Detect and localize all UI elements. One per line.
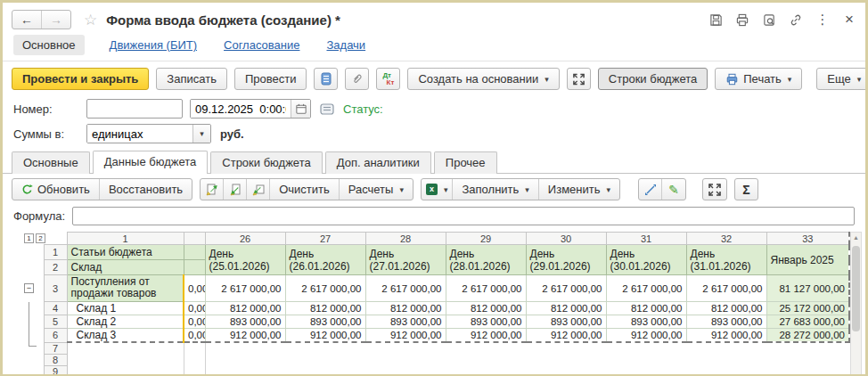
tab-osnovnye[interactable]: Основные bbox=[12, 151, 90, 174]
column-header-33[interactable]: 33 bbox=[766, 233, 849, 245]
day-header-27[interactable]: День(26.01.2026) bbox=[285, 245, 365, 275]
zero-cell-4[interactable]: 0,00 bbox=[184, 302, 205, 315]
post-and-close-button[interactable]: Провести и закрыть bbox=[12, 68, 149, 90]
refresh-button[interactable]: Обновить bbox=[12, 179, 100, 200]
back-button[interactable]: ← bbox=[12, 11, 41, 29]
empty-cells-7[interactable] bbox=[205, 342, 849, 354]
zero-cell-6[interactable]: 0,00 bbox=[184, 329, 205, 343]
row-header-3[interactable]: 3 bbox=[44, 275, 67, 302]
link-icon[interactable] bbox=[789, 12, 803, 27]
scroll-up-icon[interactable]: ▲ bbox=[853, 233, 859, 244]
collapse-group-button[interactable]: − bbox=[24, 283, 34, 293]
column-header-32[interactable]: 32 bbox=[686, 233, 766, 245]
fullscreen-button[interactable] bbox=[702, 178, 727, 200]
column-header-26[interactable]: 26 bbox=[205, 233, 285, 245]
month-cell-3[interactable]: 81 127 000,00 bbox=[766, 275, 849, 302]
column-header-27[interactable]: 27 bbox=[285, 233, 365, 245]
edit-cell-button[interactable]: ✎ bbox=[662, 179, 685, 200]
name-cell-5[interactable]: Склад 2 bbox=[67, 315, 184, 329]
day-cell-3-27[interactable]: 2 617 000,00 bbox=[285, 275, 365, 302]
meta-cell-1[interactable]: Статьи бюджета bbox=[67, 245, 184, 260]
empty-cell-narrow-8[interactable] bbox=[184, 354, 205, 365]
close-icon[interactable]: × bbox=[842, 12, 856, 27]
day-cell-3-31[interactable]: 2 617 000,00 bbox=[606, 275, 686, 302]
tab-dannye-byudzheta[interactable]: Данные бюджета bbox=[93, 151, 209, 174]
empty-cell-8[interactable] bbox=[67, 354, 184, 365]
formula-input[interactable] bbox=[72, 207, 855, 225]
row-header-1[interactable]: 1 bbox=[44, 245, 67, 260]
month-header[interactable]: Январь 2025 bbox=[766, 245, 849, 275]
group-level-1-button[interactable]: 1 bbox=[24, 233, 34, 243]
day-header-29[interactable]: День(28.01.2026) bbox=[446, 245, 526, 275]
day-header-30[interactable]: День(29.01.2026) bbox=[526, 245, 606, 275]
day-cell-3-30[interactable]: 2 617 000,00 bbox=[526, 275, 606, 302]
budget-lines-button[interactable]: Строки бюджета bbox=[598, 68, 708, 90]
day-cell-5-26[interactable]: 893 000,00 bbox=[205, 315, 285, 329]
dtkt-postings-button[interactable]: Дт Кт bbox=[376, 68, 400, 90]
row-header-5[interactable]: 5 bbox=[44, 315, 67, 329]
fill-button[interactable]: Заполнить ▾ bbox=[453, 179, 538, 200]
day-header-28[interactable]: День(27.01.2026) bbox=[365, 245, 446, 275]
scrollbar-thumb[interactable] bbox=[852, 246, 860, 331]
meta-cell-narrow[interactable] bbox=[184, 260, 205, 275]
name-cell-3[interactable]: Поступления от продажи товаров bbox=[67, 275, 184, 302]
day-cell-5-30[interactable]: 893 000,00 bbox=[526, 315, 606, 329]
excel-button[interactable]: x ▾ bbox=[422, 179, 454, 200]
group-level-2-button[interactable]: 2 bbox=[36, 233, 45, 243]
tab-prochee[interactable]: Прочее bbox=[434, 151, 497, 174]
name-cell-4[interactable]: Склад 1 bbox=[67, 302, 184, 315]
day-cell-4-29[interactable]: 812 000,00 bbox=[446, 302, 526, 315]
day-cell-3-26[interactable]: 2 617 000,00 bbox=[205, 275, 285, 302]
zero-cell-3[interactable]: 0,00 bbox=[184, 275, 205, 302]
day-cell-4-31[interactable]: 812 000,00 bbox=[606, 302, 686, 315]
date-input[interactable] bbox=[191, 100, 291, 118]
save-icon[interactable] bbox=[708, 12, 723, 27]
day-cell-3-29[interactable]: 2 617 000,00 bbox=[446, 275, 526, 302]
name-cell-6[interactable]: Склад 3 bbox=[67, 329, 184, 343]
day-header-31[interactable]: День(30.01.2026) bbox=[606, 245, 686, 275]
preview-icon[interactable] bbox=[762, 12, 776, 27]
day-header-26[interactable]: День(25.01.2026) bbox=[205, 245, 285, 275]
meta-cell-2[interactable]: Склад bbox=[67, 260, 184, 275]
day-header-32[interactable]: День(31.01.2026) bbox=[686, 245, 766, 275]
column-header-30[interactable]: 30 bbox=[526, 233, 606, 245]
empty-cell-9[interactable] bbox=[67, 365, 184, 376]
attachments-button[interactable] bbox=[345, 68, 369, 90]
forward-button[interactable]: → bbox=[41, 11, 70, 29]
day-cell-3-32[interactable]: 2 617 000,00 bbox=[686, 275, 766, 302]
row-header-2[interactable]: 2 bbox=[44, 260, 67, 275]
document-structure-button[interactable] bbox=[314, 68, 338, 90]
column-header-31[interactable]: 31 bbox=[606, 233, 686, 245]
month-cell-6[interactable]: 28 272 000,00 bbox=[766, 329, 849, 343]
sum-button[interactable]: Σ bbox=[734, 178, 758, 200]
day-cell-3-28[interactable]: 2 617 000,00 bbox=[365, 275, 446, 302]
calculations-button[interactable]: Расчеты ▾ bbox=[340, 179, 413, 200]
day-cell-5-29[interactable]: 893 000,00 bbox=[446, 315, 526, 329]
vertical-scrollbar[interactable]: ▲ bbox=[850, 232, 862, 376]
row-header-7[interactable]: 7 bbox=[44, 342, 67, 354]
write-button[interactable]: Записать bbox=[156, 68, 227, 90]
chevron-down-icon[interactable]: ▾ bbox=[192, 125, 210, 143]
day-cell-5-31[interactable]: 893 000,00 bbox=[606, 315, 686, 329]
nav-tab-osnovnoe[interactable]: Основное bbox=[13, 35, 85, 55]
column-header-28[interactable]: 28 bbox=[365, 233, 446, 245]
more-menu-icon[interactable]: ⋮ bbox=[815, 12, 830, 27]
calendar-icon[interactable] bbox=[291, 100, 310, 118]
restore-button[interactable]: Восстановить bbox=[100, 179, 192, 200]
row-header-4[interactable]: 4 bbox=[44, 302, 67, 315]
print-button[interactable]: Печать ▾ bbox=[715, 68, 802, 90]
tab-stroki-byudzheta[interactable]: Строки бюджета bbox=[210, 151, 322, 174]
transpose-button[interactable] bbox=[639, 179, 662, 200]
day-cell-4-32[interactable]: 812 000,00 bbox=[686, 302, 766, 315]
day-cell-5-28[interactable]: 893 000,00 bbox=[365, 315, 446, 329]
column-header-1[interactable]: 1 bbox=[67, 233, 184, 245]
empty-cell-narrow-7[interactable] bbox=[184, 342, 205, 354]
favorite-star-icon[interactable]: ☆ bbox=[84, 11, 97, 29]
tab-dop-analitiki[interactable]: Доп. аналитики bbox=[325, 151, 431, 174]
load-data-button[interactable] bbox=[201, 179, 224, 200]
day-cell-4-27[interactable]: 812 000,00 bbox=[285, 302, 365, 315]
day-cell-5-27[interactable]: 893 000,00 bbox=[285, 315, 365, 329]
day-cell-6-26[interactable]: 912 000,00 bbox=[205, 329, 285, 343]
row-header-8[interactable]: 8 bbox=[44, 354, 67, 365]
row-header-9[interactable]: 9 bbox=[44, 365, 67, 376]
